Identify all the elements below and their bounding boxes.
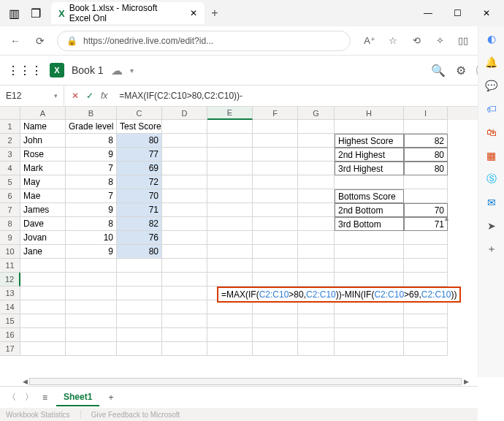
cell-grade[interactable]: 8	[66, 175, 117, 189]
summary-label[interactable]	[335, 245, 404, 259]
header-grade[interactable]: Grade level	[66, 120, 117, 134]
all-sheets-icon[interactable]: ≡	[42, 392, 47, 403]
summary-value[interactable]: 71	[404, 217, 448, 231]
cell-score[interactable]: 70	[117, 189, 162, 203]
workbook-title[interactable]: Book 1	[72, 64, 104, 76]
col-header-B[interactable]: B	[66, 107, 117, 120]
cancel-formula-icon[interactable]: ✕	[72, 91, 79, 101]
col-header-F[interactable]: F	[253, 107, 298, 120]
row-header[interactable]: 4	[0, 162, 20, 175]
summary-value[interactable]	[404, 245, 448, 259]
cell-grade[interactable]: 8	[66, 217, 117, 231]
cell-score[interactable]: 80	[117, 245, 162, 259]
summary-label[interactable]: 3rd Highest	[335, 162, 404, 175]
spreadsheet-grid[interactable]: ▲ A B C D E F G H I 1 Name Grade level T…	[0, 107, 478, 377]
cell-score[interactable]: 76	[117, 231, 162, 245]
shopping-icon[interactable]: 🛍	[484, 124, 500, 140]
settings-icon[interactable]: ⚙	[456, 64, 466, 77]
url-box[interactable]: 🔒 https://onedrive.live.com/edit?id...	[57, 31, 351, 51]
chevron-down-icon[interactable]: ▾	[54, 92, 58, 99]
summary-value[interactable]: 82	[404, 134, 448, 148]
add-sheet-icon[interactable]: +	[108, 392, 113, 403]
send-icon[interactable]: ➤	[484, 218, 500, 234]
summary-label[interactable]: 2nd Bottom	[335, 203, 404, 217]
cell-name[interactable]: May	[20, 175, 66, 189]
workbook-stats[interactable]: Workbook Statistics	[6, 411, 70, 419]
horizontal-scrollbar[interactable]: ◀ ▶	[20, 377, 470, 386]
cell-name[interactable]: Jovan	[20, 231, 66, 245]
cell-score[interactable]: 72	[117, 175, 162, 189]
row-header[interactable]: 1	[0, 120, 20, 134]
app-launcher-icon[interactable]: ⋮⋮⋮	[7, 64, 42, 77]
close-window-button[interactable]: ✕	[472, 2, 501, 24]
cell-score[interactable]: 69	[117, 162, 162, 175]
scroll-left-icon[interactable]: ◀	[20, 377, 29, 386]
col-header-D[interactable]: D	[162, 107, 207, 120]
cell-name[interactable]: James	[20, 203, 66, 217]
summary-value[interactable]: 80	[404, 162, 448, 175]
formula-input[interactable]: =MAX(IF(C2:C10>80,C2:C10))-	[115, 91, 489, 101]
row-header[interactable]: 5	[0, 175, 20, 189]
new-tab-button[interactable]: +	[205, 7, 225, 20]
sync-icon[interactable]: ⟲	[406, 31, 427, 51]
outlook-icon[interactable]: ✉	[484, 194, 500, 210]
row-header[interactable]: 2	[0, 134, 20, 148]
cell-score[interactable]: 77	[117, 148, 162, 162]
cell-name[interactable]: Dave	[20, 217, 66, 231]
col-header-G[interactable]: G	[298, 107, 335, 120]
row-header[interactable]: 11	[0, 259, 20, 273]
col-header-A[interactable]: A	[20, 107, 66, 120]
cell-grade[interactable]: 9	[66, 203, 117, 217]
row-header[interactable]: 3	[0, 148, 20, 162]
select-all-corner[interactable]	[0, 107, 20, 120]
extensions-icon[interactable]: ✧	[429, 31, 450, 51]
cell-grade[interactable]: 9	[66, 148, 117, 162]
col-header-E[interactable]: E	[207, 107, 253, 120]
search-icon[interactable]: 🔍	[431, 64, 446, 77]
summary-value[interactable]: 80	[404, 148, 448, 162]
tab-overview-icon[interactable]: ❐	[25, 7, 47, 20]
fx-icon[interactable]: fx	[101, 91, 107, 101]
read-aloud-icon[interactable]: A⁺	[359, 31, 380, 51]
editing-cell[interactable]: =MAX(IF(C2:C10>80,C2:C10))-MIN(IF(C2:C10…	[217, 287, 461, 303]
tabs-menu-icon[interactable]: ▥	[3, 7, 25, 20]
summary-label[interactable]: Bottoms Score	[335, 189, 404, 203]
cell-grade[interactable]: 9	[66, 245, 117, 259]
cell-name[interactable]: John	[20, 134, 66, 148]
back-button[interactable]: ←	[7, 35, 23, 47]
copilot-icon[interactable]: ◐	[484, 31, 500, 47]
minimize-button[interactable]: —	[413, 2, 443, 24]
next-sheet-icon[interactable]: 〉	[25, 391, 34, 403]
cell-grade[interactable]: 8	[66, 134, 117, 148]
summary-value[interactable]: 70	[404, 203, 448, 217]
sheet-tab[interactable]: Sheet1	[56, 389, 99, 406]
cell-name[interactable]: Mark	[20, 162, 66, 175]
maximize-button[interactable]: ☐	[443, 2, 472, 24]
collapse-icon[interactable]: ▲	[443, 215, 450, 222]
header-name[interactable]: Name	[20, 120, 66, 134]
header-score[interactable]: Test Score	[117, 120, 162, 134]
name-box[interactable]: E12 ▾	[0, 86, 64, 106]
summary-label[interactable]	[335, 231, 404, 245]
cell-name[interactable]: Jane	[20, 245, 66, 259]
cell-score[interactable]: 80	[117, 134, 162, 148]
browser-tab[interactable]: X Book 1.xlsx - Microsoft Excel Onl ✕	[51, 2, 205, 24]
row-header[interactable]: 8	[0, 217, 20, 231]
scroll-right-icon[interactable]: ▶	[462, 377, 470, 386]
cell-name[interactable]: Mae	[20, 189, 66, 203]
feedback-link[interactable]: Give Feedback to Microsoft	[91, 411, 180, 419]
add-sidebar-icon[interactable]: ＋	[484, 241, 500, 257]
row-header[interactable]: 10	[0, 245, 20, 259]
summary-label[interactable]	[335, 175, 404, 189]
summary-value[interactable]	[404, 189, 448, 203]
col-header-C[interactable]: C	[117, 107, 162, 120]
summary-label[interactable]: Highest Score	[335, 134, 404, 148]
summary-value[interactable]	[404, 231, 448, 245]
row-header[interactable]: 7	[0, 203, 20, 217]
cell-name[interactable]: Rose	[20, 148, 66, 162]
cell-grade[interactable]: 7	[66, 162, 117, 175]
cell-score[interactable]: 82	[117, 217, 162, 231]
summary-value[interactable]	[404, 175, 448, 189]
close-tab-icon[interactable]: ✕	[190, 8, 197, 18]
office-icon[interactable]: ▦	[484, 148, 500, 164]
